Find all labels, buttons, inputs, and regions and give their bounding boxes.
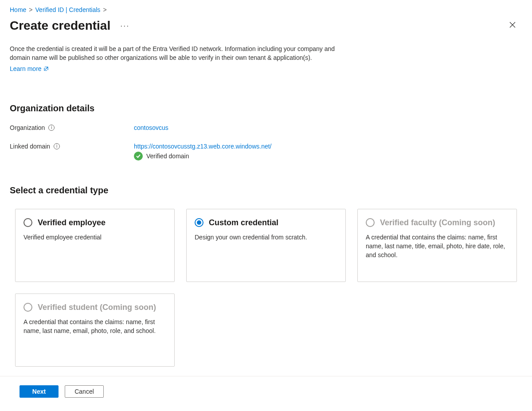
next-button[interactable]: Next <box>20 385 59 398</box>
page-title: Create credential <box>10 19 110 33</box>
card-title: Verified student (Coming soon) <box>38 303 156 312</box>
breadcrumb-home[interactable]: Home <box>10 6 26 13</box>
breadcrumb-separator: > <box>29 6 32 13</box>
cancel-button[interactable]: Cancel <box>65 385 104 398</box>
radio-inner <box>197 220 201 225</box>
breadcrumb: Home > Verified ID | Credentials > <box>10 4 522 15</box>
info-icon[interactable]: i <box>48 125 55 131</box>
intro-text: Once the credential is created it will b… <box>10 44 356 63</box>
card-description: Verified employee credential <box>23 233 166 242</box>
learn-more-label: Learn more <box>10 65 42 72</box>
card-title: Verified employee <box>38 218 106 227</box>
linked-domain-label: Linked domain <box>10 143 50 150</box>
more-button[interactable]: ··· <box>118 21 131 31</box>
footer-bar: Next Cancel <box>0 376 532 407</box>
select-type-heading: Select a credential type <box>10 185 522 196</box>
radio-button <box>23 303 32 312</box>
breadcrumb-separator: > <box>103 6 106 13</box>
credential-type-card: Verified faculty (Coming soon)A credenti… <box>357 209 517 282</box>
radio-button <box>366 218 375 227</box>
credential-type-card[interactable]: Custom credentialDesign your own credent… <box>186 209 346 282</box>
card-description: Design your own credential from scratch. <box>195 233 337 242</box>
organization-label: Organization <box>10 124 45 131</box>
radio-button[interactable] <box>195 218 203 227</box>
learn-more-link[interactable]: Learn more <box>10 65 49 72</box>
org-details-heading: Organization details <box>10 103 522 114</box>
card-title: Custom credential <box>209 218 278 227</box>
info-icon[interactable]: i <box>54 143 60 149</box>
card-description: A credential that contains the claims: n… <box>366 233 509 260</box>
organization-value-link[interactable]: contosovcus <box>134 124 168 131</box>
radio-button[interactable] <box>23 218 32 227</box>
external-link-icon <box>43 66 49 71</box>
credential-type-card[interactable]: Verified employeeVerified employee crede… <box>15 209 175 282</box>
credential-type-card: Verified student (Coming soon)A credenti… <box>15 294 175 367</box>
checkmark-circle-icon <box>134 152 143 160</box>
linked-domain-value-link[interactable]: https://contosovcusstg.z13.web.core.wind… <box>134 143 272 150</box>
verified-domain-text: Verified domain <box>146 153 189 160</box>
card-description: A credential that contains the claims: n… <box>23 317 166 336</box>
breadcrumb-verified-id[interactable]: Verified ID | Credentials <box>35 6 101 13</box>
card-title: Verified faculty (Coming soon) <box>380 218 495 227</box>
